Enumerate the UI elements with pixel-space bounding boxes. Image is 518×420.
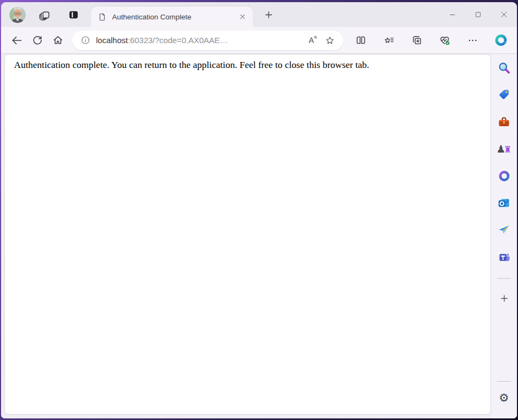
star-icon bbox=[324, 35, 335, 46]
sidebar-divider bbox=[497, 381, 511, 382]
tab-authentication-complete[interactable]: Authentication Complete bbox=[91, 6, 253, 27]
sidebar-item-tools[interactable] bbox=[494, 111, 514, 133]
favorites-star-lines-icon bbox=[383, 35, 395, 46]
home-icon bbox=[52, 35, 64, 46]
paper-plane-icon bbox=[497, 223, 511, 237]
browser-essentials-button[interactable] bbox=[435, 30, 454, 51]
tab-actions-icon bbox=[67, 9, 80, 21]
page-content: Authentication complete. You can return … bbox=[4, 54, 491, 415]
edge-sidebar: ♟♜ bbox=[491, 54, 517, 418]
avatar bbox=[9, 6, 26, 23]
browser-main-area: Authentication complete. You can return … bbox=[1, 54, 517, 418]
tab-close-button[interactable] bbox=[237, 11, 248, 23]
outlook-icon bbox=[497, 196, 511, 210]
url-text: localhost:60323/?code=0.AX0AAE… bbox=[93, 36, 301, 45]
toolbox-icon bbox=[497, 115, 511, 129]
copilot-icon bbox=[494, 33, 508, 47]
gear-icon: ⚙ bbox=[499, 393, 509, 404]
minimize-button[interactable] bbox=[439, 2, 465, 27]
favorites-button[interactable] bbox=[379, 30, 398, 51]
games-chess-icon: ♟♜ bbox=[496, 144, 512, 154]
sidebar-item-drop[interactable] bbox=[494, 219, 514, 240]
sidebar-item-microsoft-365[interactable] bbox=[494, 165, 514, 187]
sidebar-item-teams[interactable] bbox=[494, 246, 514, 267]
copilot-button[interactable] bbox=[491, 30, 510, 51]
split-screen-button[interactable] bbox=[351, 30, 370, 51]
plus-icon bbox=[264, 10, 274, 20]
sidebar-divider bbox=[497, 278, 511, 279]
toolbar-actions bbox=[351, 30, 512, 51]
split-screen-icon bbox=[355, 35, 367, 46]
workspaces-icon bbox=[38, 9, 51, 21]
back-button[interactable] bbox=[6, 30, 27, 51]
navigation-toolbar: localhost:60323/?code=0.AX0AAE… bbox=[1, 27, 517, 54]
workspaces-button[interactable] bbox=[35, 5, 53, 24]
ellipsis-icon bbox=[467, 35, 478, 46]
profile-button[interactable] bbox=[8, 5, 26, 24]
collections-add-icon bbox=[411, 35, 423, 46]
read-aloud-button[interactable] bbox=[303, 32, 320, 49]
refresh-icon bbox=[32, 35, 43, 46]
home-button[interactable] bbox=[47, 30, 68, 51]
auth-complete-message: Authentication complete. You can return … bbox=[14, 59, 481, 71]
info-icon bbox=[80, 35, 91, 45]
page-favicon-icon bbox=[98, 12, 107, 22]
refresh-button[interactable] bbox=[27, 30, 47, 51]
site-info-button[interactable] bbox=[78, 33, 93, 48]
sidebar-item-search[interactable] bbox=[494, 57, 514, 79]
teams-icon bbox=[498, 250, 511, 264]
maximize-icon bbox=[474, 11, 482, 18]
back-arrow-icon bbox=[11, 35, 23, 46]
plus-icon bbox=[499, 293, 509, 304]
minimize-icon bbox=[448, 11, 457, 19]
sidebar-item-games[interactable]: ♟♜ bbox=[494, 138, 514, 160]
url-host: localhost bbox=[96, 36, 128, 45]
title-bar: Authentication Complete bbox=[1, 2, 517, 27]
url-path: :60323/?code=0.AX0AAE… bbox=[128, 36, 228, 45]
shopping-tag-icon bbox=[497, 88, 511, 102]
browser-window: Authentication Complete bbox=[1, 2, 517, 418]
favorite-star-button[interactable] bbox=[322, 32, 338, 49]
search-icon bbox=[497, 61, 511, 75]
settings-and-more-button[interactable] bbox=[463, 30, 482, 51]
browser-essentials-icon bbox=[439, 35, 451, 46]
tab-title: Authentication Complete bbox=[107, 13, 237, 21]
new-tab-button[interactable] bbox=[260, 6, 277, 23]
tab-actions-menu-button[interactable] bbox=[64, 5, 82, 24]
close-window-button[interactable] bbox=[491, 2, 517, 27]
sidebar-bottom: ⚙ bbox=[491, 381, 517, 414]
maximize-button[interactable] bbox=[465, 2, 491, 27]
address-bar[interactable]: localhost:60323/?code=0.AX0AAE… bbox=[72, 31, 343, 50]
close-icon bbox=[500, 10, 508, 19]
sidebar-settings-button[interactable]: ⚙ bbox=[494, 387, 514, 409]
read-aloud-icon bbox=[306, 35, 317, 46]
collections-button[interactable] bbox=[407, 30, 426, 51]
sidebar-item-outlook[interactable] bbox=[494, 192, 514, 214]
sidebar-customize-button[interactable] bbox=[494, 287, 514, 309]
microsoft-365-icon bbox=[498, 169, 511, 183]
sidebar-item-shopping[interactable] bbox=[494, 84, 514, 106]
window-controls bbox=[439, 2, 517, 27]
